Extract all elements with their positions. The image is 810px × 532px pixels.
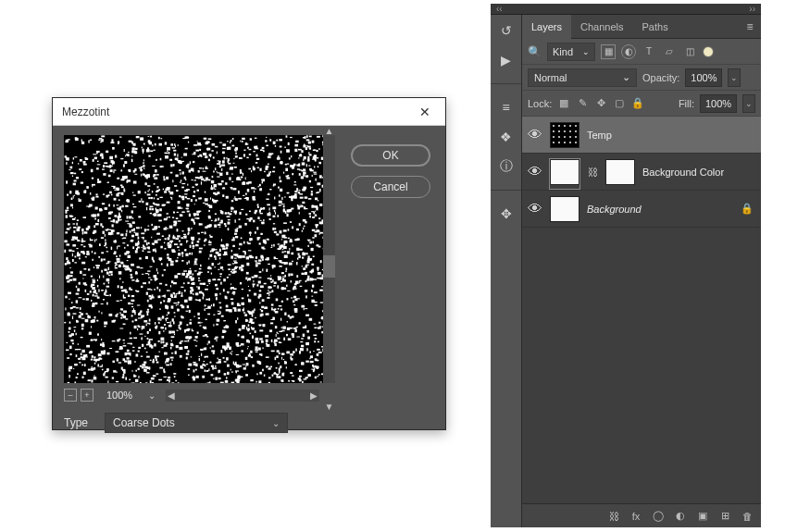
layer-row-temp[interactable]: 👁 Temp <box>522 117 761 154</box>
filter-toggle-icon[interactable] <box>703 46 714 57</box>
layer-locked-icon: 🔒 <box>741 203 754 215</box>
layer-row-background[interactable]: 👁 Background 🔒 <box>522 191 761 228</box>
layer-row-background-color[interactable]: 👁 ⛓ Background Color <box>522 154 761 191</box>
lock-row: Lock: ▩ ✎ ✥ ▢ 🔒 Fill: 100% ⌄ <box>522 91 761 117</box>
new-adjustment-icon[interactable]: ◐ <box>674 510 687 523</box>
layer-name[interactable]: Temp <box>587 130 755 141</box>
zoom-in-button[interactable]: + <box>81 389 93 402</box>
visibility-eye-icon[interactable]: 👁 <box>528 165 542 179</box>
lock-position-icon[interactable]: ✥ <box>594 97 607 110</box>
link-layers-icon[interactable]: ⛓ <box>607 510 620 523</box>
close-icon[interactable]: ✕ <box>414 103 436 121</box>
panel-menu-icon[interactable]: ≡ <box>739 15 761 38</box>
kind-label: Kind <box>553 46 573 57</box>
chevron-down-icon: ⌄ <box>272 418 280 428</box>
horizontal-scrollbar[interactable]: ◀ ▶ <box>166 390 319 402</box>
type-select[interactable]: Coarse Dots ⌄ <box>105 413 288 433</box>
properties-icon[interactable]: ❖ <box>498 129 515 145</box>
blend-mode-value: Normal <box>534 72 567 83</box>
tab-layers[interactable]: Layers <box>522 15 571 39</box>
history-icon[interactable]: ↺ <box>498 22 515 39</box>
tab-channels[interactable]: Channels <box>571 15 632 38</box>
fill-label: Fill: <box>679 98 694 109</box>
lock-pixels-icon[interactable]: ✎ <box>576 97 589 110</box>
zoom-dropdown-icon[interactable]: ⌄ <box>145 389 158 402</box>
layers-list: 👁 Temp 👁 ⛓ Background Color 👁 Background… <box>522 117 761 503</box>
filter-smartobject-icon[interactable]: ◫ <box>682 44 697 59</box>
clone-source-icon[interactable]: ✥ <box>498 205 515 222</box>
lock-transparency-icon[interactable]: ▩ <box>557 97 570 110</box>
preview-area: ▲ ▼ – + 100% ⌄ ◀ ▶ <box>64 135 323 402</box>
fill-input[interactable]: 100% <box>700 94 737 113</box>
panel-tabs: Layers Channels Paths ≡ <box>522 15 761 39</box>
lock-all-icon[interactable]: 🔒 <box>631 97 644 110</box>
search-icon: 🔍 <box>528 45 542 58</box>
dialog-title: Mezzotint <box>62 105 109 118</box>
ok-button[interactable]: OK <box>351 144 430 167</box>
filter-adjustment-icon[interactable]: ◐ <box>621 44 636 59</box>
chevron-down-icon: ⌄ <box>622 71 630 83</box>
blend-mode-select[interactable]: Normal ⌄ <box>528 68 637 87</box>
visibility-eye-icon[interactable]: 👁 <box>528 202 542 217</box>
tab-paths[interactable]: Paths <box>633 15 678 38</box>
type-label: Type <box>64 416 95 429</box>
collapse-left-icon[interactable]: ‹‹ <box>496 4 503 14</box>
link-mask-icon[interactable]: ⛓ <box>587 161 598 183</box>
blend-row: Normal ⌄ Opacity: 100% ⌄ <box>522 65 761 91</box>
new-layer-icon[interactable]: ⊞ <box>718 510 731 523</box>
layer-filter-kind-select[interactable]: Kind ⌄ <box>547 43 595 61</box>
preview-canvas[interactable] <box>64 135 323 383</box>
delete-layer-icon[interactable]: 🗑 <box>741 510 754 523</box>
filter-type-icon[interactable]: T <box>642 44 656 59</box>
layers-panel-footer: ⛓ fx ◯ ◐ ▣ ⊞ 🗑 <box>522 503 761 527</box>
dialog-titlebar[interactable]: Mezzotint ✕ <box>53 98 445 126</box>
filter-shape-icon[interactable]: ▱ <box>662 44 677 59</box>
vertical-scroll-thumb[interactable] <box>323 255 335 278</box>
add-mask-icon[interactable]: ◯ <box>652 510 665 523</box>
actions-icon[interactable]: ▶ <box>498 52 515 68</box>
type-value: Coarse Dots <box>113 416 175 429</box>
collapse-right-icon[interactable]: ›› <box>749 4 755 14</box>
scroll-right-icon[interactable]: ▶ <box>308 390 319 401</box>
zoom-out-button[interactable]: – <box>64 389 77 402</box>
tool-rail: ↺ ▶ ≡ ❖ ⓘ ✥ <box>491 15 522 527</box>
cancel-button[interactable]: Cancel <box>351 176 430 198</box>
layer-name[interactable]: Background Color <box>642 167 755 178</box>
opacity-stepper[interactable]: ⌄ <box>728 68 741 87</box>
info-icon[interactable]: ⓘ <box>498 158 515 175</box>
layer-filter-row: 🔍 Kind ⌄ ▦ ◐ T ▱ ◫ <box>522 39 761 65</box>
mezzotint-dialog: Mezzotint ✕ ▲ ▼ – + 100% ⌄ ◀ ▶ <box>52 97 446 430</box>
lock-label: Lock: <box>528 98 552 109</box>
adjustments-icon[interactable]: ≡ <box>498 99 515 116</box>
zoom-value: 100% <box>97 390 142 401</box>
layer-style-icon[interactable]: fx <box>629 510 642 523</box>
layer-name[interactable]: Background <box>587 204 733 215</box>
new-group-icon[interactable]: ▣ <box>696 510 709 523</box>
scroll-down-icon[interactable]: ▼ <box>323 402 335 411</box>
fill-stepper[interactable]: ⌄ <box>742 94 755 113</box>
panel-dock: ‹‹ ›› ↺ ▶ ≡ ❖ ⓘ ✥ Layers Channels Paths … <box>491 4 761 527</box>
scroll-left-icon[interactable]: ◀ <box>166 390 177 401</box>
layers-panel: Layers Channels Paths ≡ 🔍 Kind ⌄ ▦ ◐ T ▱… <box>522 15 761 527</box>
layer-mask-thumbnail[interactable] <box>605 159 635 185</box>
filter-pixel-icon[interactable]: ▦ <box>601 44 616 59</box>
opacity-input[interactable]: 100% <box>685 68 722 87</box>
layer-thumbnail[interactable] <box>550 159 579 185</box>
vertical-scrollbar[interactable] <box>323 135 335 383</box>
opacity-label: Opacity: <box>642 72 679 83</box>
chevron-down-icon: ⌄ <box>582 47 590 56</box>
dock-collapse-bar[interactable]: ‹‹ ›› <box>491 4 761 15</box>
visibility-eye-icon[interactable]: 👁 <box>528 128 542 142</box>
lock-artboard-icon[interactable]: ▢ <box>613 97 626 110</box>
layer-thumbnail[interactable] <box>550 122 579 148</box>
layer-thumbnail[interactable] <box>550 196 579 222</box>
scroll-up-icon[interactable]: ▲ <box>323 126 335 135</box>
